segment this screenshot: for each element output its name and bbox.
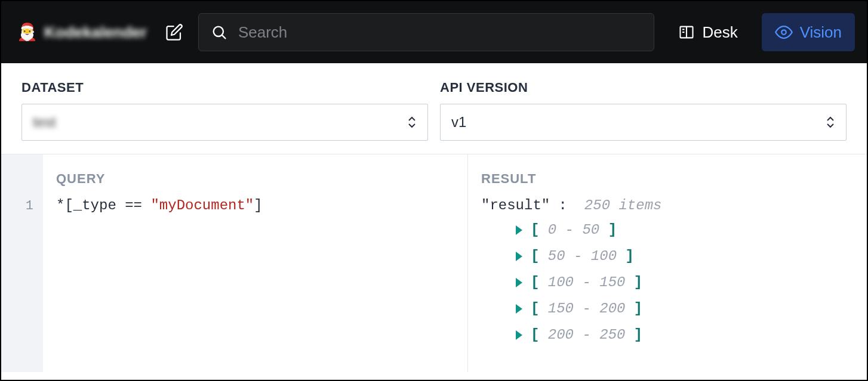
expand-icon	[516, 225, 522, 235]
line-number: 1	[1, 199, 33, 213]
result-summary: "result" : 250 items	[481, 197, 854, 213]
result-range-row[interactable]: [ 100 - 150 ]	[516, 270, 854, 296]
result-range-row[interactable]: [ 200 - 250 ]	[516, 322, 854, 348]
result-colon: :	[550, 197, 575, 213]
result-children: [ 0 - 50 ][ 50 - 100 ][ 100 - 150 ][ 150…	[481, 217, 854, 348]
chevron-updown-icon	[826, 116, 835, 128]
api-version-value: v1	[451, 114, 466, 131]
svg-line-1	[222, 35, 225, 38]
result-range-row[interactable]: [ 150 - 200 ]	[516, 296, 854, 322]
nav-desk[interactable]: Desk	[665, 13, 750, 51]
result-range-row[interactable]: [ 50 - 100 ]	[516, 243, 854, 270]
result-panel: RESULT "result" : 250 items [ 0 - 50 ][ …	[468, 154, 867, 372]
expand-icon	[516, 304, 522, 314]
expand-icon	[516, 278, 522, 287]
editor-row: 1 QUERY *[_type == "myDocument"] RESULT …	[1, 154, 867, 372]
top-bar: 🎅 Kodekalender Desk Vision	[1, 1, 867, 63]
nav-vision-label: Vision	[800, 23, 842, 42]
api-version-label: API VERSION	[440, 80, 847, 95]
query-suffix: ]	[254, 197, 262, 213]
svg-point-6	[781, 30, 786, 35]
brand[interactable]: 🎅 Kodekalender	[13, 23, 150, 42]
dataset-group: DATASET test	[21, 80, 428, 141]
svg-point-0	[214, 27, 223, 36]
query-panel: 1 QUERY *[_type == "myDocument"]	[1, 154, 468, 372]
brand-name: Kodekalender	[44, 23, 147, 42]
line-gutter: 1	[1, 154, 43, 372]
panel-icon	[678, 24, 695, 41]
dataset-label: DATASET	[21, 80, 428, 95]
expand-icon	[516, 252, 522, 261]
query-heading: QUERY	[56, 171, 454, 187]
result-range-row[interactable]: [ 0 - 50 ]	[516, 217, 854, 243]
api-version-select[interactable]: v1	[440, 104, 847, 141]
chevron-updown-icon	[407, 116, 417, 128]
result-key: "result"	[481, 197, 550, 213]
nav-desk-label: Desk	[702, 23, 737, 42]
query-editor[interactable]: *[_type == "myDocument"]	[56, 197, 454, 213]
search-box[interactable]	[198, 13, 654, 51]
compose-button[interactable]	[161, 19, 187, 45]
search-icon	[211, 24, 227, 41]
query-body: QUERY *[_type == "myDocument"]	[43, 154, 467, 372]
expand-icon	[516, 330, 522, 340]
dataset-select[interactable]: test	[21, 104, 428, 141]
query-string: "myDocument"	[150, 197, 254, 213]
edit-icon	[165, 23, 183, 41]
controls-bar: DATASET test API VERSION v1	[1, 63, 867, 154]
result-count: 250 items	[584, 197, 662, 213]
result-heading: RESULT	[481, 171, 854, 187]
dataset-value: test	[33, 114, 56, 131]
nav-vision[interactable]: Vision	[762, 13, 855, 51]
eye-icon	[775, 23, 793, 41]
query-prefix: *[_type ==	[56, 197, 150, 213]
brand-icon: 🎅	[17, 23, 36, 42]
search-input[interactable]	[238, 23, 642, 42]
api-version-group: API VERSION v1	[440, 80, 847, 141]
